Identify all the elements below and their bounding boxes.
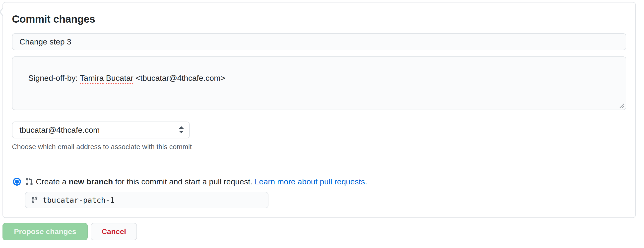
label-text: for this commit and start a pull request… — [113, 177, 254, 186]
learn-more-link[interactable]: Learn more about pull requests. — [255, 177, 367, 186]
new-branch-option-row: Create a new branch for this commit and … — [13, 177, 367, 187]
new-branch-radio[interactable] — [13, 178, 21, 186]
label-bold-text: new branch — [69, 177, 113, 186]
misspelled-word: Tamira — [80, 74, 104, 83]
branch-name-input[interactable]: tbucatar-patch-1 — [25, 192, 268, 208]
commit-summary-input[interactable] — [12, 33, 626, 50]
resize-handle-icon[interactable] — [619, 103, 625, 109]
description-text: <tbucatar@4thcafe.com> — [134, 74, 226, 83]
email-helper-text: Choose which email address to associate … — [12, 142, 192, 151]
cancel-button[interactable]: Cancel — [91, 223, 137, 240]
commit-form-card: Commit changes Signed-off-by: Tamira Buc… — [2, 2, 636, 218]
page-title: Commit changes — [12, 14, 95, 24]
commit-description-textarea[interactable]: Signed-off-by: Tamira Bucatar <tbucatar@… — [12, 56, 626, 110]
email-select[interactable]: tbucatar@4thcafe.com — [12, 122, 190, 138]
misspelled-word: Bucatar — [106, 74, 133, 83]
git-pull-request-icon — [25, 178, 33, 186]
description-text: Signed-off-by: — [28, 74, 80, 83]
email-select-value: tbucatar@4thcafe.com — [20, 125, 178, 135]
form-actions: Propose changes Cancel — [2, 223, 137, 240]
git-branch-icon — [31, 196, 38, 204]
propose-changes-button[interactable]: Propose changes — [2, 223, 88, 240]
label-text: Create a — [36, 177, 69, 186]
select-arrows-icon — [178, 125, 184, 134]
new-branch-option-label: Create a new branch for this commit and … — [36, 177, 367, 187]
branch-name-value: tbucatar-patch-1 — [42, 196, 114, 205]
